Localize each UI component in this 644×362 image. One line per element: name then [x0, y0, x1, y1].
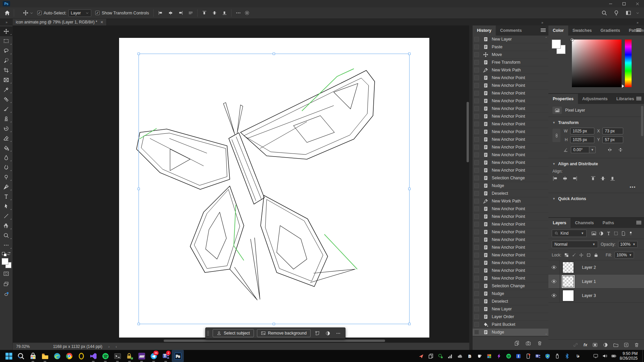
adjustments-icon[interactable] [324, 329, 331, 337]
canvas-area[interactable]: Select subject Remove background 79.02% … [13, 25, 469, 350]
history-item[interactable]: Move [473, 51, 548, 59]
align-right-icon[interactable] [176, 9, 185, 17]
filter-type-icon[interactable] [606, 231, 611, 236]
show-transform-checkbox[interactable]: ✓ [95, 11, 100, 15]
history-item[interactable]: New Work Path [473, 197, 548, 205]
history-source-well[interactable] [474, 52, 479, 57]
marquee-tool[interactable] [0, 36, 13, 46]
document-canvas[interactable] [119, 38, 429, 338]
tab-properties[interactable]: Properties [548, 94, 578, 104]
lock-paint-icon[interactable] [572, 253, 576, 257]
hue-slider-marker[interactable] [622, 84, 624, 88]
distribute-horizontal-icon[interactable] [186, 9, 195, 17]
lock-all-icon[interactable] [594, 253, 598, 257]
more-icon[interactable] [334, 329, 342, 337]
chevron-down-icon[interactable] [636, 11, 639, 15]
history-item[interactable]: New Anchor Point [473, 82, 548, 89]
history-source-well[interactable] [474, 322, 479, 327]
delete-trash-icon[interactable] [537, 341, 542, 346]
taskbar-explorer-icon[interactable] [39, 350, 51, 362]
tray-cup-icon[interactable] [477, 353, 482, 359]
maximize-button[interactable] [617, 0, 631, 7]
layer-name[interactable]: Layer 2 [582, 265, 596, 270]
history-source-well[interactable] [474, 106, 479, 111]
tray-signal-icon[interactable] [447, 353, 453, 359]
history-item[interactable]: New Anchor Point [473, 113, 548, 120]
history-source-well[interactable] [474, 330, 479, 335]
filter-smart-object-icon[interactable] [621, 231, 626, 236]
history-source-well[interactable] [474, 222, 479, 227]
panel-menu-icon[interactable] [636, 221, 641, 225]
filter-kind-dropdown[interactable]: Kind ▼ [552, 230, 587, 237]
lock-artboard-icon[interactable] [586, 253, 591, 257]
filter-shape-icon[interactable] [613, 231, 619, 236]
history-source-well[interactable] [474, 145, 479, 149]
workspace-switcher-icon[interactable] [624, 9, 633, 17]
layer-thumbnail[interactable] [562, 262, 574, 273]
minimize-button[interactable] [604, 0, 617, 7]
tab-gradients[interactable]: Gradients [596, 25, 624, 36]
healing-tool[interactable] [0, 95, 13, 104]
tab-adjustments[interactable]: Adjustments [578, 94, 612, 104]
align-left-icon[interactable] [552, 176, 558, 181]
tray-spotifymini-icon[interactable] [506, 353, 512, 359]
color-picker-ring[interactable] [571, 38, 574, 41]
history-item[interactable]: New Layer [473, 36, 548, 43]
history-item[interactable]: New Anchor Point [473, 228, 548, 236]
history-source-well[interactable] [474, 260, 479, 265]
screen-mode-button[interactable] [0, 279, 13, 289]
tray-bluetooth-icon[interactable] [564, 353, 570, 359]
tray-photos-icon[interactable] [486, 353, 492, 359]
history-source-well[interactable] [474, 176, 479, 180]
chevron-down-icon[interactable]: ▼ [589, 146, 596, 153]
gear-icon[interactable] [243, 9, 251, 17]
layer-visibility-eye-icon[interactable] [548, 275, 560, 288]
history-item[interactable]: New Anchor Point [473, 89, 548, 97]
history-source-well[interactable] [474, 237, 479, 242]
taskbar-chrome-icon[interactable] [63, 350, 75, 362]
tray-lightning-icon[interactable] [496, 353, 502, 359]
eyedropper-tool[interactable] [0, 85, 13, 95]
align-top-icon[interactable] [200, 9, 209, 17]
new-layer-icon[interactable] [624, 342, 629, 348]
vertical-scrollbar[interactable] [467, 102, 469, 162]
scroll-left-arrow[interactable]: ‹ [116, 345, 117, 349]
quickselect-tool[interactable] [0, 56, 13, 65]
speaker-icon[interactable] [602, 353, 607, 359]
new-snapshot-camera-icon[interactable] [526, 341, 531, 346]
new-document-from-state-icon[interactable] [514, 341, 520, 346]
history-source-well[interactable] [474, 183, 479, 188]
history-source-well[interactable] [474, 129, 479, 134]
taskbar-spotify-icon[interactable] [99, 350, 111, 362]
taskbar-telegram-icon[interactable]: 36 [148, 350, 160, 362]
layer-thumbnail[interactable] [562, 276, 574, 287]
zoom-level[interactable]: 79.02% [16, 344, 40, 349]
close-button[interactable] [631, 0, 644, 7]
tray-cloud-icon[interactable] [457, 353, 463, 359]
taskbar-teams-icon[interactable]: T 2 [160, 350, 172, 362]
status-menu-arrow[interactable]: › [108, 345, 110, 349]
link-dimensions-icon[interactable] [552, 129, 560, 142]
history-item[interactable]: Selection Change [473, 174, 548, 182]
history-item[interactable]: New Anchor Point [473, 236, 548, 244]
adjustment-layer-icon[interactable] [603, 342, 608, 348]
more-tool[interactable] [0, 240, 13, 250]
tab-comments[interactable]: Comments [496, 25, 526, 36]
panel-menu-icon[interactable] [636, 97, 641, 101]
taskbar-start-icon[interactable] [3, 350, 15, 362]
hue-slider[interactable] [625, 40, 632, 87]
tab-channels[interactable]: Channels [571, 218, 598, 228]
history-item[interactable]: New Anchor Point [473, 120, 548, 128]
history-item[interactable]: New Anchor Point [473, 221, 548, 228]
history-item[interactable]: Selection Change [473, 282, 548, 290]
history-item[interactable]: New Anchor Point [473, 167, 548, 174]
history-item[interactable]: New Layer [473, 305, 548, 313]
history-item[interactable]: New Anchor Point [473, 97, 548, 105]
new-group-folder-icon[interactable] [613, 342, 619, 348]
home-icon[interactable] [3, 9, 11, 17]
delete-layer-trash-icon[interactable] [634, 342, 639, 348]
tray-plane-icon[interactable] [418, 353, 424, 359]
opacity-field[interactable]: 100% ▼ [618, 241, 638, 248]
align-center-horizontal-icon[interactable] [562, 176, 568, 181]
history-source-well[interactable] [474, 37, 479, 42]
